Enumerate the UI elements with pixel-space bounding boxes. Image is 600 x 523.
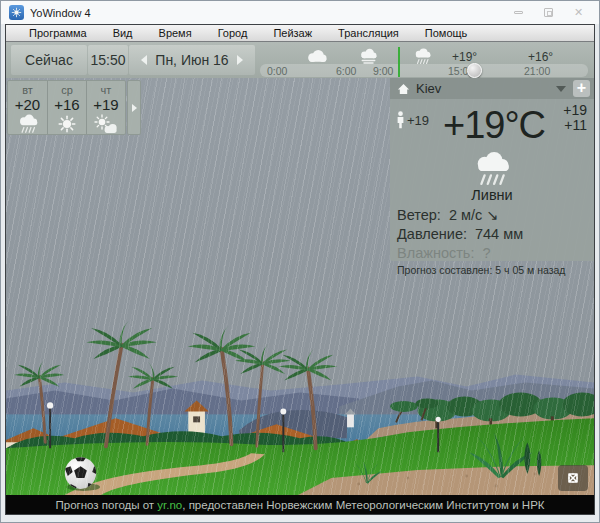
humidity-row: Влажность:?: [397, 244, 587, 263]
weather-panel: Kiev + +19 +19°C +19 +11 Ливни: [390, 78, 594, 261]
maximize-button[interactable]: [542, 7, 555, 18]
current-temperature: +19°C: [428, 99, 560, 151]
low-temp: +11: [563, 118, 587, 133]
date-label: Пн, Июн 16: [155, 52, 228, 68]
sun-icon: [55, 114, 79, 134]
location-selector[interactable]: Kiev +: [390, 78, 594, 99]
wind-label: Ветер:: [397, 207, 441, 223]
menu-item-help[interactable]: Помощь: [412, 25, 481, 41]
day-label: ср: [61, 84, 73, 96]
day-card-wednesday[interactable]: ср +16: [47, 81, 86, 134]
expand-days-button[interactable]: [127, 80, 141, 135]
wind-value: 2 м/с: [449, 207, 482, 223]
toolbar: Сейчас 15:50 Пн, Июн 16 0:00 6:00 9:00 1…: [6, 42, 594, 78]
cloud-fog-icon: [357, 48, 380, 65]
menu-item-landscape[interactable]: Пейзаж: [260, 25, 325, 41]
condition-text: Ливни: [390, 187, 594, 203]
date-navigator: Пн, Июн 16: [129, 45, 255, 75]
high-low: +19 +11: [563, 103, 587, 133]
pressure-value: 744 мм: [475, 226, 523, 242]
location-name: Kiev: [416, 81, 556, 96]
titlebar[interactable]: YoWindow 4 ✕: [1, 1, 599, 24]
minimize-button[interactable]: [512, 7, 525, 18]
timeline-slider-knob[interactable]: [467, 63, 482, 78]
menu-item-view[interactable]: Вид: [100, 25, 146, 41]
content-frame: Программа Вид Время Город Пейзаж Трансля…: [5, 24, 595, 515]
statusbar: Прогноз погоды от yr.no, предоставлен Но…: [6, 495, 594, 514]
menu-item-broadcast[interactable]: Трансляция: [325, 25, 412, 41]
issued-row: Прогноз составлен: 5 ч 05 м назад: [397, 263, 587, 278]
menu-item-program[interactable]: Программа: [16, 25, 100, 41]
current-time[interactable]: 15:50: [88, 45, 128, 75]
cloud-icon: [305, 48, 328, 65]
app-window: YoWindow 4 ✕ Программа Вид Время Город П…: [0, 0, 600, 523]
day-label: чт: [101, 84, 112, 96]
menubar: Программа Вид Время Город Пейзаж Трансля…: [6, 25, 594, 42]
pressure-label: Давление:: [397, 226, 467, 242]
person-icon: [396, 111, 405, 129]
prev-day-button[interactable]: [141, 55, 147, 65]
window-title: YoWindow 4: [30, 7, 512, 19]
menu-item-time[interactable]: Время: [146, 25, 205, 41]
day-label: вт: [22, 84, 33, 96]
now-marker: [398, 47, 400, 77]
now-button[interactable]: Сейчас: [11, 45, 87, 75]
feels-like-value: +19: [407, 113, 429, 128]
humidity-label: Влажность:: [397, 245, 474, 261]
day-card-thursday[interactable]: чт +19: [86, 81, 125, 134]
chevron-right-icon: [132, 104, 137, 112]
day-temp: +16: [54, 96, 79, 113]
next-day-button[interactable]: [237, 55, 243, 65]
landscape-view: вт +20 ср +16 чт +19: [6, 78, 594, 495]
feels-like: +19: [396, 111, 429, 129]
high-temp: +19: [563, 103, 587, 118]
timeline-temp: +19°: [452, 50, 477, 64]
wind-direction-icon: ↘: [486, 207, 498, 223]
day-card-tuesday[interactable]: вт +20: [8, 81, 47, 134]
add-location-button[interactable]: +: [573, 80, 590, 97]
day-forecast-panel: вт +20 ср +16 чт +19: [7, 80, 141, 135]
issued-value: 5 ч 05 м назад: [495, 264, 565, 276]
pressure-row: Давление:744 мм: [397, 225, 587, 244]
menu-item-city[interactable]: Город: [205, 25, 261, 41]
status-suffix: , предоставлен Норвежским Метеорологичес…: [182, 499, 544, 511]
cloud-rain-icon: [411, 48, 434, 65]
day-temp: +20: [15, 96, 40, 113]
rain-icon: [466, 151, 518, 187]
humidity-value: ?: [482, 245, 490, 261]
timeline-tick: 21:00: [524, 65, 550, 77]
timeline-tick: 6:00: [336, 65, 356, 77]
issued-label: Прогноз составлен:: [397, 264, 492, 276]
chevron-down-icon[interactable]: [556, 86, 566, 92]
timeline-tick: 0:00: [267, 65, 287, 77]
day-temp: +19: [93, 96, 118, 113]
fullscreen-expand-icon: [564, 469, 582, 487]
close-button[interactable]: ✕: [572, 7, 585, 18]
yrno-link[interactable]: yr.no: [157, 499, 182, 511]
partly-cloudy-icon: [94, 114, 118, 134]
app-logo-icon: [9, 5, 24, 20]
timeline-temp: +16°: [528, 50, 553, 64]
wind-row: Ветер:2 м/с ↘: [397, 206, 587, 225]
status-prefix: Прогноз погоды от: [55, 499, 157, 511]
rain-icon: [16, 114, 40, 134]
timeline[interactable]: 0:00 6:00 9:00 15:00 21:00 +19° +16°: [256, 45, 590, 75]
home-icon: [397, 83, 410, 95]
fullscreen-button[interactable]: [558, 465, 588, 491]
timeline-tick: 9:00: [373, 65, 393, 77]
